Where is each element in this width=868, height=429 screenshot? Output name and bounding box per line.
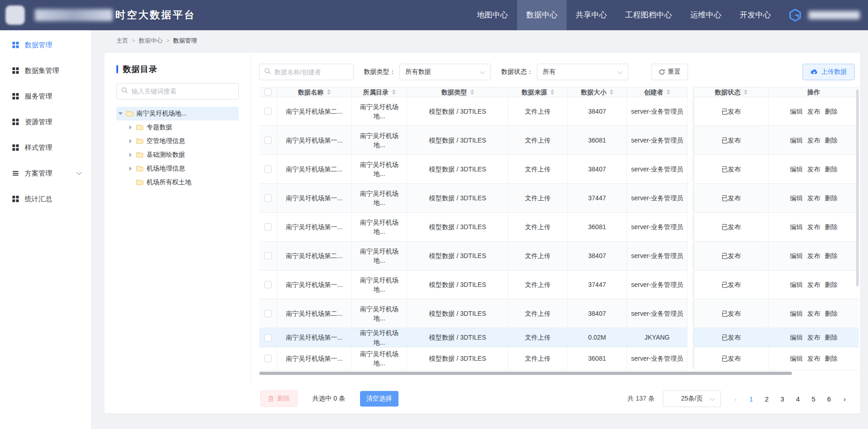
column-header-7[interactable]: 数据状态 — [693, 87, 769, 97]
table-search-input[interactable] — [274, 68, 349, 76]
row-checkbox[interactable] — [264, 108, 272, 115]
action-publish[interactable]: 发布 — [808, 193, 820, 203]
nav-item-2[interactable]: 数据中心 — [517, 0, 567, 30]
upload-data-button[interactable]: 上传数据 — [802, 64, 855, 80]
page-button-6[interactable]: 6 — [823, 392, 835, 406]
action-delete[interactable]: 删除 — [825, 136, 838, 145]
row-checkbox[interactable] — [264, 165, 272, 173]
username-redacted[interactable] — [808, 11, 860, 19]
action-delete[interactable]: 删除 — [825, 193, 838, 203]
sidebar-item-2[interactable]: 数据集管理 — [0, 58, 91, 83]
action-edit[interactable]: 编辑 — [790, 309, 803, 318]
action-publish[interactable]: 发布 — [808, 222, 820, 231]
nav-item-5[interactable]: 运维中心 — [681, 0, 731, 30]
tree-node-5[interactable]: 机场所有权土地 — [126, 176, 239, 189]
action-delete[interactable]: 删除 — [825, 354, 838, 363]
action-publish[interactable]: 发布 — [808, 333, 820, 342]
page-button-2[interactable]: 2 — [760, 392, 773, 406]
tree-node-1[interactable]: 专题数据 — [126, 121, 239, 134]
action-publish[interactable]: 发布 — [808, 107, 820, 116]
action-publish[interactable]: 发布 — [808, 309, 820, 318]
nav-item-1[interactable]: 地图中心 — [468, 0, 517, 30]
select-all-checkbox[interactable] — [264, 88, 272, 96]
page-button-3[interactable]: 3 — [776, 392, 789, 406]
nav-item-3[interactable]: 共享中心 — [567, 0, 616, 30]
action-edit[interactable]: 编辑 — [790, 136, 803, 145]
search-icon — [264, 68, 271, 76]
sidebar-item-4[interactable]: 资源管理 — [0, 109, 91, 135]
action-publish[interactable]: 发布 — [808, 165, 820, 174]
catalog-tree: 南宁吴圩机场地...专题数据空管地理信息基础测绘数据机场地理信息机场所有权土地 — [116, 107, 239, 189]
action-delete[interactable]: 删除 — [825, 333, 838, 342]
column-header-3[interactable]: 数据类型 — [407, 87, 508, 97]
sidebar-item-7[interactable]: 统计汇总 — [0, 186, 91, 212]
tree-node-root[interactable]: 南宁吴圩机场地... — [116, 107, 239, 121]
action-delete[interactable]: 删除 — [825, 107, 838, 116]
breadcrumb-item-2[interactable]: 数据中心 — [139, 37, 163, 45]
action-publish[interactable]: 发布 — [808, 251, 820, 260]
data-table: 数据名称所属目录数据类型数据来源数据大小创建者数据状态操作 南宁吴圩机场第二..… — [259, 87, 859, 375]
clear-selection-button[interactable]: 清空选择 — [360, 391, 399, 407]
page-size-select[interactable]: 25条/页 — [663, 390, 721, 407]
caret-right-icon — [128, 125, 133, 130]
action-publish[interactable]: 发布 — [808, 136, 820, 145]
cell-actions: 编辑发布删除 — [769, 328, 859, 347]
action-edit[interactable]: 编辑 — [790, 354, 803, 363]
cell-status: 已发布 — [693, 328, 769, 347]
row-checkbox[interactable] — [264, 334, 272, 341]
reset-button[interactable]: 重置 — [651, 64, 688, 80]
horizontal-scrollbar[interactable] — [259, 372, 792, 375]
row-checkbox[interactable] — [264, 310, 272, 317]
row-select-cell — [259, 155, 277, 184]
sidebar-item-1[interactable]: 数据管理 — [0, 32, 91, 58]
action-edit[interactable]: 编辑 — [790, 333, 803, 342]
action-edit[interactable]: 编辑 — [790, 222, 803, 231]
column-header-4[interactable]: 数据来源 — [508, 87, 568, 97]
column-header-2[interactable]: 所属目录 — [352, 87, 407, 97]
breadcrumb-item-1[interactable]: 主页 — [116, 37, 128, 45]
row-checkbox[interactable] — [264, 281, 272, 288]
action-edit[interactable]: 编辑 — [790, 251, 803, 260]
action-edit[interactable]: 编辑 — [790, 107, 803, 116]
action-edit[interactable]: 编辑 — [790, 280, 803, 289]
vertical-scrollbar[interactable] — [856, 89, 859, 286]
action-publish[interactable]: 发布 — [808, 354, 820, 363]
column-header-6[interactable]: 创建者 — [627, 87, 688, 97]
column-header-label: 数据状态 — [715, 88, 741, 97]
data-status-select[interactable]: 所有 — [537, 64, 628, 80]
row-checkbox[interactable] — [264, 194, 272, 202]
column-header-5[interactable]: 数据大小 — [568, 87, 627, 97]
action-edit[interactable]: 编辑 — [790, 165, 803, 174]
action-delete[interactable]: 删除 — [825, 165, 838, 174]
action-delete[interactable]: 删除 — [825, 309, 838, 318]
sidebar-item-3[interactable]: 服务管理 — [0, 83, 91, 109]
page-button-1[interactable]: 1 — [745, 392, 758, 406]
data-type-select[interactable]: 所有数据 — [399, 64, 491, 80]
nav-item-4[interactable]: 工程图档中心 — [616, 0, 681, 30]
catalog-search-input[interactable] — [131, 88, 234, 95]
sidebar-item-5[interactable]: 样式管理 — [0, 135, 91, 160]
page-size-value: 25条/页 — [681, 395, 703, 403]
row-checkbox[interactable] — [264, 252, 272, 259]
action-delete[interactable]: 删除 — [825, 222, 838, 231]
row-checkbox[interactable] — [264, 223, 272, 231]
action-publish[interactable]: 发布 — [808, 280, 820, 289]
cell-source: 文件上传 — [508, 184, 568, 213]
sidebar-item-label: 数据集管理 — [25, 66, 59, 75]
next-page-button[interactable]: › — [838, 392, 851, 406]
tree-node-2[interactable]: 空管地理信息 — [126, 134, 239, 148]
column-header-1[interactable]: 数据名称 — [277, 87, 352, 97]
prev-page-button[interactable]: ‹ — [729, 392, 742, 406]
nav-item-6[interactable]: 开发中心 — [731, 0, 780, 30]
action-delete[interactable]: 删除 — [825, 251, 838, 260]
row-checkbox[interactable] — [264, 137, 272, 144]
page-button-5[interactable]: 5 — [807, 392, 820, 406]
sidebar-item-6[interactable]: 方案管理 — [0, 160, 91, 186]
page-button-4[interactable]: 4 — [792, 392, 804, 406]
action-delete[interactable]: 删除 — [825, 280, 838, 289]
tree-node-3[interactable]: 基础测绘数据 — [126, 148, 239, 162]
row-checkbox[interactable] — [264, 355, 272, 362]
delete-selected-button[interactable]: 删除 — [260, 390, 298, 407]
tree-node-4[interactable]: 机场地理信息 — [126, 162, 239, 176]
action-edit[interactable]: 编辑 — [790, 193, 803, 203]
